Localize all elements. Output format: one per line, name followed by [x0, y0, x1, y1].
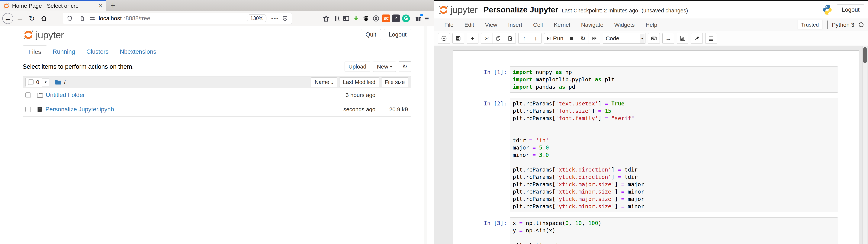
- sort-size-button[interactable]: File size: [381, 78, 408, 87]
- download-helper-icon[interactable]: [352, 14, 360, 22]
- quit-button[interactable]: Quit: [361, 29, 381, 40]
- caret-down-icon: ▾: [390, 64, 392, 69]
- gavel-extension-button[interactable]: [691, 33, 703, 44]
- restart-kernel-button[interactable]: ↻: [577, 33, 589, 44]
- sidebar-icon[interactable]: [342, 14, 350, 22]
- cell-input[interactable]: import numpy as np import matplotlib.pyp…: [510, 66, 838, 93]
- jupyter-logo[interactable]: jupyter: [23, 29, 64, 40]
- divider: [76, 15, 76, 22]
- resize-button[interactable]: ↔: [662, 33, 674, 44]
- browser-scrollbar[interactable]: [424, 26, 427, 244]
- logout-button[interactable]: Logout: [837, 4, 864, 15]
- url-path: :8888/tree: [124, 15, 150, 22]
- bookmark-star-icon[interactable]: [322, 14, 330, 22]
- gnome-foot-icon[interactable]: [362, 14, 370, 22]
- browser-tab-home[interactable]: Home Page - Select or cre ×: [0, 0, 106, 11]
- pocket-icon[interactable]: [281, 14, 289, 22]
- cell-input[interactable]: x = np.linspace(0, 10, 100) y = np.sin(x…: [510, 217, 838, 244]
- code-cell[interactable]: In [2]:plt.rcParams['text.usetex'] = Tru…: [453, 98, 859, 212]
- selected-count: 0: [36, 79, 39, 85]
- gift-extension-icon[interactable]: [414, 14, 422, 22]
- code-cell[interactable]: In [1]:import numpy as np import matplot…: [453, 66, 859, 93]
- file-link[interactable]: Untitled Folder: [46, 92, 85, 98]
- upload-button[interactable]: Upload: [345, 62, 370, 72]
- sort-name-button[interactable]: Name↓: [311, 78, 337, 87]
- scrollbar-thumb[interactable]: [863, 47, 867, 63]
- trusted-button[interactable]: Trusted: [798, 20, 823, 30]
- page-info-icon[interactable]: [78, 14, 86, 22]
- tab-close-icon[interactable]: ×: [98, 2, 103, 9]
- shield-icon[interactable]: [66, 14, 73, 22]
- menubar-items: FileEditViewInsertCellKernelNavigateWidg…: [439, 22, 662, 28]
- row-checkbox[interactable]: [25, 107, 31, 112]
- permissions-icon[interactable]: [89, 14, 96, 22]
- code-cell[interactable]: In [3]:x = np.linspace(0, 10, 100) y = n…: [453, 217, 859, 244]
- toc-extension-button[interactable]: [705, 33, 717, 44]
- menu-item-help[interactable]: Help: [640, 22, 663, 28]
- add-cell-button[interactable]: +: [467, 33, 478, 44]
- refresh-button[interactable]: ↻: [399, 61, 411, 72]
- zoom-level-badge[interactable]: 130%: [247, 14, 267, 22]
- filter-dropdown-button[interactable]: ▾: [42, 78, 49, 86]
- notebook-file-icon: [36, 106, 43, 113]
- library-icon[interactable]: [332, 14, 340, 22]
- table-row[interactable]: Personalize Jupyter.ipynb seconds ago 20…: [23, 102, 411, 117]
- cell-type-select[interactable]: Code ▾: [603, 33, 646, 44]
- save-button[interactable]: [453, 33, 464, 44]
- menu-item-cell[interactable]: Cell: [528, 22, 549, 28]
- move-down-button[interactable]: ↓: [530, 33, 541, 44]
- logout-button[interactable]: Logout: [384, 29, 411, 40]
- notebook-title[interactable]: Personalize Jupyter: [484, 5, 558, 14]
- browser-navbar: ← → ↻ localhost:8888/tree 130% •••: [0, 11, 434, 26]
- menu-item-edit[interactable]: Edit: [459, 22, 479, 28]
- copy-button[interactable]: [493, 33, 504, 44]
- home-button[interactable]: [38, 13, 49, 24]
- select-items-hint: Select items to perform actions on them.: [23, 63, 134, 70]
- command-keyboard-button[interactable]: [648, 33, 660, 44]
- menu-item-widgets[interactable]: Widgets: [609, 22, 640, 28]
- sciencedirect-extension-icon[interactable]: SC: [382, 14, 390, 22]
- command-palette-button[interactable]: [438, 33, 450, 44]
- reload-button[interactable]: ↻: [26, 13, 37, 24]
- tab-clusters[interactable]: Clusters: [81, 45, 114, 58]
- file-link[interactable]: Personalize Jupyter.ipynb: [45, 106, 114, 113]
- file-list-header: 0 ▾ / Name↓ Last Modified File size: [23, 76, 411, 88]
- menu-item-navigate[interactable]: Navigate: [576, 22, 609, 28]
- last-modified-value: seconds ago: [294, 106, 375, 113]
- tab-files[interactable]: Files: [23, 45, 47, 58]
- jupyter-logo[interactable]: jupyter: [438, 4, 477, 15]
- sort-modified-button[interactable]: Last Modified: [339, 78, 379, 87]
- new-tab-button[interactable]: +: [106, 0, 120, 11]
- select-all-button[interactable]: 0: [25, 78, 42, 87]
- back-button[interactable]: ←: [2, 13, 13, 24]
- cut-button[interactable]: ✂: [481, 33, 493, 44]
- cell-input[interactable]: plt.rcParams['text.usetex'] = True plt.r…: [510, 98, 838, 212]
- paste-button[interactable]: [504, 33, 516, 44]
- interrupt-kernel-button[interactable]: ■: [566, 33, 577, 44]
- run-button[interactable]: Run: [544, 33, 566, 44]
- move-up-button[interactable]: ↑: [518, 33, 530, 44]
- grammarly-extension-icon[interactable]: G: [402, 14, 410, 22]
- breadcrumb-root[interactable]: /: [64, 79, 66, 86]
- move-cell-group: ↑ ↓: [518, 33, 541, 44]
- menu-item-view[interactable]: View: [479, 22, 502, 28]
- select-all-checkbox[interactable]: [28, 80, 33, 85]
- menu-hamburger-icon[interactable]: ≡: [424, 14, 429, 23]
- menu-item-kernel[interactable]: Kernel: [548, 22, 576, 28]
- forward-button[interactable]: →: [14, 13, 25, 24]
- dark-extension-icon[interactable]: [392, 14, 400, 22]
- table-row[interactable]: Untitled Folder 3 hours ago: [23, 88, 411, 102]
- row-checkbox[interactable]: [25, 92, 31, 98]
- url-bar[interactable]: localhost:8888/tree 130% •••: [63, 13, 292, 24]
- chart-extension-button[interactable]: [677, 33, 688, 44]
- tab-nbextensions[interactable]: Nbextensions: [114, 45, 162, 58]
- account-icon[interactable]: [372, 14, 380, 22]
- notebook-scrollbar[interactable]: [862, 46, 867, 244]
- restart-run-all-button[interactable]: [589, 33, 600, 44]
- folder-icon[interactable]: [54, 79, 61, 86]
- tab-running[interactable]: Running: [47, 45, 81, 58]
- new-dropdown-button[interactable]: New▾: [373, 62, 396, 72]
- menu-item-file[interactable]: File: [439, 22, 459, 28]
- menu-item-insert[interactable]: Insert: [503, 22, 528, 28]
- page-actions-icon[interactable]: •••: [271, 15, 279, 22]
